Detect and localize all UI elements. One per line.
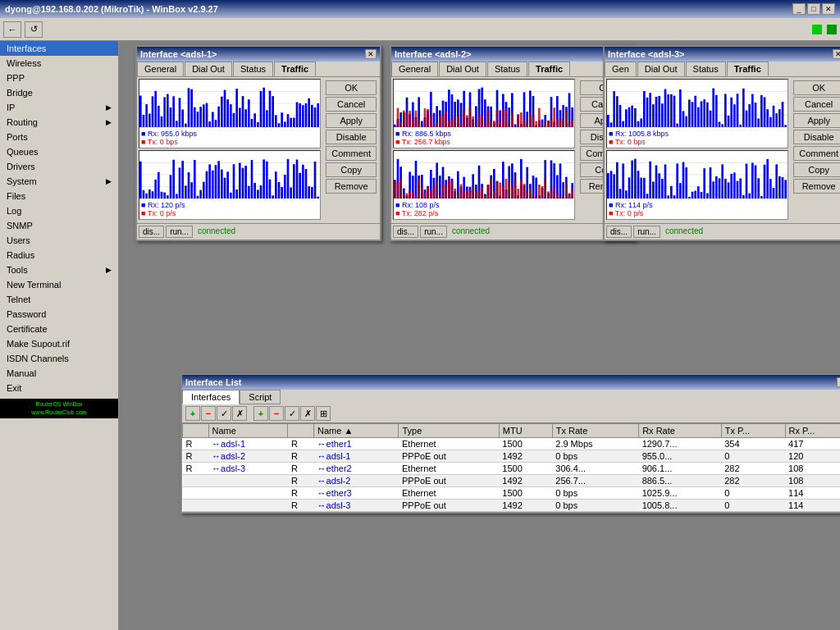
table-row[interactable]: R ↔adsl-2 R ↔adsl-1 PPPoE out 1492 0 bps…: [183, 450, 841, 463]
cell-name2: ↔adsl-1: [314, 450, 399, 463]
status-run-adsl1[interactable]: run...: [166, 226, 193, 238]
disable-button-adsl3[interactable]: Disable: [793, 130, 840, 144]
status-dis-adsl1[interactable]: dis...: [139, 226, 164, 238]
sidebar-item-make-supout[interactable]: Make Supout.rif: [0, 336, 118, 351]
col-tx-rate[interactable]: Tx Rate: [552, 424, 638, 438]
win-title-adsl2[interactable]: Interface <adsl-2> ✕: [391, 47, 634, 62]
status-run-adsl3[interactable]: run...: [633, 226, 660, 238]
minimize-button[interactable]: _: [792, 3, 806, 15]
comment-button-adsl1[interactable]: Comment: [326, 146, 377, 161]
disable-button-adsl1[interactable]: Disable: [326, 130, 377, 144]
tab-general-adsl3[interactable]: Gen: [605, 62, 637, 76]
sidebar-item-users[interactable]: Users: [0, 233, 118, 248]
sidebar-item-password[interactable]: Password: [0, 307, 118, 322]
win-close-ifacelist[interactable]: ✕: [837, 377, 840, 387]
copy-button-adsl3[interactable]: Copy: [793, 162, 840, 177]
col-name2[interactable]: Name ▲: [314, 424, 399, 438]
close-button[interactable]: ✕: [822, 3, 835, 15]
iface-list-title[interactable]: Interface List ✕: [182, 375, 840, 390]
col-tx-p[interactable]: Tx P...: [721, 424, 785, 438]
remove-button-right[interactable]: −: [269, 406, 284, 421]
tab-script[interactable]: Script: [240, 390, 281, 404]
cancel-button-adsl3[interactable]: Cancel: [793, 97, 840, 112]
cell-name2: ↔adsl-3: [314, 500, 399, 512]
ok-button-adsl1[interactable]: OK: [326, 80, 377, 95]
col-type[interactable]: Type: [399, 424, 499, 438]
table-row[interactable]: R ↔adsl-3 PPPoE out 1492 0 bps 1005.8...…: [183, 500, 841, 512]
sidebar-item-snmp[interactable]: SNMP: [0, 218, 118, 233]
sidebar-item-isdn[interactable]: ISDN Channels: [0, 351, 118, 366]
tab-traffic-adsl2[interactable]: Traffic: [528, 62, 570, 76]
cell-name2: ↔adsl-2: [314, 475, 399, 487]
tab-interfaces[interactable]: Interfaces: [182, 390, 240, 404]
sidebar-item-radius[interactable]: Radius: [0, 248, 118, 262]
sidebar-item-system[interactable]: System ▶: [0, 174, 118, 189]
remove-button-adsl3[interactable]: Remove: [793, 179, 840, 194]
win-close-adsl3[interactable]: ✕: [833, 49, 840, 59]
status-dis-adsl3[interactable]: dis...: [606, 226, 632, 238]
sidebar-item-manual[interactable]: Manual: [0, 366, 118, 381]
check-button-right[interactable]: ✓: [285, 406, 299, 421]
refresh-button[interactable]: ↺: [25, 21, 43, 38]
status-dis-adsl2[interactable]: dis...: [393, 226, 418, 238]
tab-traffic-adsl3[interactable]: Traffic: [727, 62, 769, 76]
x-button-left[interactable]: ✗: [232, 406, 247, 421]
win-title-adsl1[interactable]: Interface <adsl-1> ✕: [137, 47, 380, 62]
cancel-button-adsl1[interactable]: Cancel: [326, 97, 377, 112]
status-run-adsl2[interactable]: run...: [420, 226, 447, 238]
win-close-adsl1[interactable]: ✕: [365, 49, 377, 59]
col-flag2[interactable]: [288, 424, 314, 438]
sidebar-item-routing[interactable]: Routing ▶: [0, 115, 118, 130]
interface-table-scroll[interactable]: Name Name ▲ Type MTU Tx Rate Rx Rate Tx …: [182, 423, 840, 512]
tab-dialout-adsl2[interactable]: Dial Out: [439, 62, 486, 76]
back-button[interactable]: ←: [3, 21, 21, 38]
sidebar-item-log[interactable]: Log: [0, 203, 118, 218]
sidebar-item-ip[interactable]: IP ▶: [0, 100, 118, 115]
add-button-right[interactable]: +: [253, 406, 268, 421]
tab-status-adsl3[interactable]: Status: [686, 62, 726, 76]
tab-status-adsl1[interactable]: Status: [233, 62, 273, 76]
copy-button-right[interactable]: ⊞: [316, 406, 331, 421]
copy-button-adsl1[interactable]: Copy: [326, 162, 377, 177]
sidebar-item-wireless[interactable]: Wireless: [0, 56, 118, 71]
tab-dialout-adsl3[interactable]: Dial Out: [637, 62, 685, 76]
tab-general-adsl2[interactable]: General: [391, 62, 438, 76]
col-rx-p[interactable]: Rx P...: [785, 424, 840, 438]
check-button-left[interactable]: ✓: [217, 406, 231, 421]
sidebar-item-tools[interactable]: Tools ▶: [0, 262, 118, 277]
tab-traffic-adsl1[interactable]: Traffic: [274, 62, 316, 76]
sidebar-item-drivers[interactable]: Drivers: [0, 159, 118, 174]
tab-dialout-adsl1[interactable]: Dial Out: [185, 62, 232, 76]
sidebar-item-ports[interactable]: Ports: [0, 130, 118, 144]
remove-button-adsl1[interactable]: Remove: [326, 179, 377, 194]
sidebar-item-bridge[interactable]: Bridge: [0, 85, 118, 100]
tab-status-adsl2[interactable]: Status: [487, 62, 527, 76]
sidebar-item-interfaces[interactable]: Interfaces: [0, 41, 118, 56]
win-title-adsl3[interactable]: Interface <adsl-3> ✕: [605, 47, 840, 62]
x-button-right[interactable]: ✗: [300, 406, 315, 421]
remove-button-left[interactable]: −: [201, 406, 216, 421]
maximize-button[interactable]: □: [807, 3, 820, 15]
comment-button-adsl3[interactable]: Comment: [793, 146, 840, 161]
col-mtu[interactable]: MTU: [499, 424, 552, 438]
sidebar-item-exit[interactable]: Exit: [0, 381, 118, 395]
col-rx-rate[interactable]: Rx Rate: [639, 424, 722, 438]
col-flag1[interactable]: [183, 424, 209, 438]
sidebar-item-files[interactable]: Files: [0, 189, 118, 203]
sidebar-item-telnet[interactable]: Telnet: [0, 292, 118, 307]
ok-button-adsl3[interactable]: OK: [793, 80, 840, 95]
sidebar-item-ppp[interactable]: PPP: [0, 71, 118, 85]
col-name1[interactable]: Name: [208, 424, 288, 438]
sidebar-item-certificate[interactable]: Certificate: [0, 322, 118, 336]
tab-general-adsl1[interactable]: General: [137, 62, 184, 76]
sidebar-item-new-terminal[interactable]: New Terminal: [0, 277, 118, 292]
add-button-left[interactable]: +: [185, 406, 200, 421]
table-row[interactable]: R ↔adsl-1 R ↔ether1 Ethernet 1500 2.9 Mb…: [183, 438, 841, 450]
cell-tx-p: 354: [721, 438, 785, 450]
table-row[interactable]: R ↔ether3 Ethernet 1500 0 bps 1025.9... …: [183, 487, 841, 500]
table-row[interactable]: R ↔adsl-2 PPPoE out 1492 256.7... 886.5.…: [183, 475, 841, 487]
apply-button-adsl1[interactable]: Apply: [326, 113, 377, 128]
table-row[interactable]: R ↔adsl-3 R ↔ether2 Ethernet 1500 306.4.…: [183, 463, 841, 475]
apply-button-adsl3[interactable]: Apply: [793, 113, 840, 128]
sidebar-item-queues[interactable]: Queues: [0, 144, 118, 159]
